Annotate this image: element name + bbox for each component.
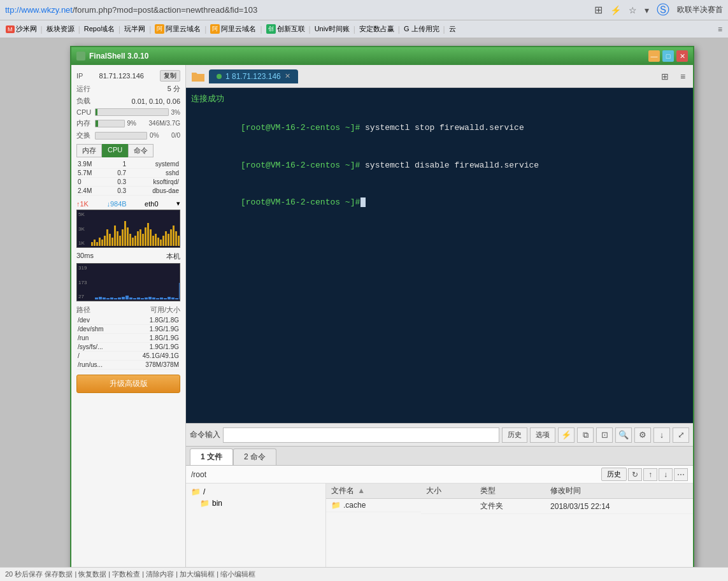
- disk-table: /dev1.8G/1.8G /dev/shm1.9G/1.9G /run1.8G…: [76, 316, 180, 369]
- search-icon-btn[interactable]: 🔍: [615, 427, 632, 443]
- net-bars-container: [77, 210, 180, 247]
- tab-cpu[interactable]: CPU: [102, 144, 128, 157]
- latency-ylabels: 319 173 27: [78, 264, 87, 301]
- tab-memory[interactable]: 内存: [76, 144, 102, 157]
- server-tab[interactable]: 1 81.71.123.146 ✕: [209, 69, 298, 83]
- bookmark-bk6[interactable]: 创创新互联: [263, 23, 308, 35]
- copy-icon-btn[interactable]: ⧉: [577, 427, 594, 443]
- bookmark-bk5[interactable]: 阿阿里云域名: [207, 23, 259, 35]
- window-titlebar: FinalShell 3.0.10 — □ ✕: [71, 47, 693, 65]
- process-tabs: 内存 CPU 命令: [76, 144, 180, 157]
- disk-row: /run1.8G/1.9G: [76, 334, 180, 343]
- mem-bar-wrapper: [95, 120, 125, 127]
- grid-view-icon[interactable]: ⊞: [657, 69, 673, 84]
- bookmark-sep8: |: [353, 25, 355, 34]
- cmd-input-label: 命令输入: [190, 429, 220, 440]
- refresh-icon-btn[interactable]: ↻: [628, 468, 642, 481]
- bookmark-sep5: |: [204, 25, 206, 34]
- browser-grid-icon[interactable]: ⊞: [594, 4, 603, 16]
- file-item-bin[interactable]: 📁 bin: [189, 498, 323, 509]
- cpu-percent: 3%: [171, 109, 180, 116]
- sidebar: IP 81.71.123.146 复制 运行 5 分 负载 0.01, 0.10…: [71, 65, 186, 573]
- uptime-row: 运行 5 分: [76, 84, 180, 94]
- download-file-icon-btn[interactable]: ↓: [659, 468, 673, 481]
- bookmark-sep10: |: [443, 25, 445, 34]
- mem-label: 内存: [76, 118, 92, 128]
- browser-menu-icon[interactable]: ▾: [645, 5, 649, 15]
- bookmark-bk4[interactable]: 阿阿里云域名: [152, 23, 204, 35]
- server-tab-label: 1 81.71.123.146: [225, 72, 281, 81]
- lightning-icon-btn[interactable]: ⚡: [558, 427, 575, 443]
- copy-ip-button[interactable]: 复制: [160, 70, 180, 82]
- terminal-line-3: [root@VM-16-2-centos ~]#: [191, 184, 688, 222]
- net-dropdown-icon[interactable]: ▾: [176, 199, 180, 208]
- tab-commands[interactable]: 2 命令: [233, 448, 276, 465]
- file-list: 文件名 ▲ 大小 类型 修改时间 📁: [326, 484, 693, 573]
- folder-icon-button[interactable]: [189, 68, 208, 85]
- load-value: 0.01, 0.10, 0.06: [132, 97, 180, 105]
- col-type[interactable]: 类型: [475, 484, 545, 499]
- file-tree: 📁 / 📁 bin: [186, 484, 326, 573]
- tab-bar: 1 81.71.123.146 ✕ ⊞ ≡: [186, 65, 693, 88]
- file-history-button[interactable]: 历史: [601, 468, 627, 481]
- file-type-cell: 文件夹: [475, 499, 545, 514]
- ip-row: IP 81.71.123.146 复制: [76, 70, 180, 82]
- latency-chart: 319 173 27: [76, 263, 180, 301]
- options-button[interactable]: 选项: [530, 427, 555, 443]
- file-row[interactable]: 📁 .cache 文件夹 2018/03/15 22:14: [326, 499, 693, 514]
- process-row: 5.7M0.7sshd: [76, 169, 180, 178]
- browser-title: 欧联半决赛首: [677, 4, 723, 15]
- latency-local: 本机: [166, 252, 180, 261]
- prompt-1: [root@VM-16-2-centos ~]#: [241, 123, 360, 133]
- history-button[interactable]: 历史: [502, 427, 527, 443]
- maximize-button[interactable]: □: [662, 50, 674, 62]
- disk-row: /45.1G/49.1G: [76, 352, 180, 361]
- cmd-input-field[interactable]: [223, 427, 499, 443]
- file-date-cell: 2018/03/15 22:14: [545, 499, 693, 514]
- process-row: 00.3ksoftirqd/: [76, 178, 180, 187]
- more-icon-btn[interactable]: ⋯: [674, 468, 688, 481]
- network-chart: 5K 3K 1K: [76, 210, 180, 248]
- tab-command[interactable]: 命令: [128, 144, 153, 157]
- bookmark-bk9[interactable]: G 上传用完: [401, 23, 443, 35]
- browser-star-icon[interactable]: ☆: [629, 5, 637, 15]
- upload-icon-btn[interactable]: ↑: [643, 468, 657, 481]
- close-button[interactable]: ✕: [676, 50, 688, 62]
- browser-lightning-icon[interactable]: ⚡: [610, 5, 621, 15]
- cursor: [360, 197, 366, 207]
- bookmark-bk7[interactable]: Univ时间账: [311, 23, 353, 35]
- cpu-bar-wrapper: [95, 108, 169, 116]
- cmd-2: systemctl disable firewalld.service: [360, 161, 539, 170]
- terminal[interactable]: 连接成功 [root@VM-16-2-centos ~]# systemctl …: [186, 88, 693, 423]
- main-content: 1 81.71.123.146 ✕ ⊞ ≡ 连接成功 [root@VM-16-2…: [186, 65, 693, 573]
- bookmark-m[interactable]: M沙米网: [3, 23, 40, 35]
- bookmark-bk8[interactable]: 安定数占赢: [356, 23, 397, 35]
- file-size-cell: [421, 499, 475, 514]
- tab-files[interactable]: 1 文件: [190, 448, 233, 465]
- col-filename[interactable]: 文件名 ▲: [326, 484, 421, 499]
- mem-row: 内存 9% 346M/3.7G: [76, 118, 180, 128]
- col-date[interactable]: 修改时间: [545, 484, 693, 499]
- settings-icon-btn[interactable]: ⚙: [634, 427, 651, 443]
- bookmark-bk2[interactable]: Repo域名: [81, 23, 118, 35]
- minimize-button[interactable]: —: [648, 50, 660, 62]
- upgrade-button[interactable]: 升级高级版: [76, 375, 180, 393]
- bookmark-bk3[interactable]: 玩半网: [121, 23, 148, 35]
- paste-icon-btn[interactable]: ⊡: [596, 427, 613, 443]
- latency-header: 30ms 本机: [76, 252, 180, 261]
- download-icon-btn[interactable]: ↓: [653, 427, 670, 443]
- bookmark-sep6: |: [260, 25, 262, 34]
- expand-icon-btn[interactable]: ⤢: [673, 427, 689, 443]
- disk-path-label: 路径: [76, 305, 90, 315]
- file-item-root[interactable]: 📁 /: [189, 486, 323, 498]
- bottom-tabs-bar: 1 文件 2 命令: [186, 447, 693, 466]
- swap-detail: 0/0: [171, 132, 180, 139]
- tab-close-icon[interactable]: ✕: [285, 72, 290, 80]
- menu-icon[interactable]: ≡: [675, 69, 690, 84]
- col-size[interactable]: 大小: [421, 484, 475, 499]
- bookmark-menu[interactable]: ≡: [715, 24, 725, 35]
- bookmark-bk10[interactable]: 云: [446, 23, 459, 35]
- sort-icon: ▲: [357, 486, 365, 495]
- tab-bar-icons: ⊞ ≡: [657, 69, 690, 84]
- bookmark-bk1[interactable]: 板块资源: [43, 23, 78, 35]
